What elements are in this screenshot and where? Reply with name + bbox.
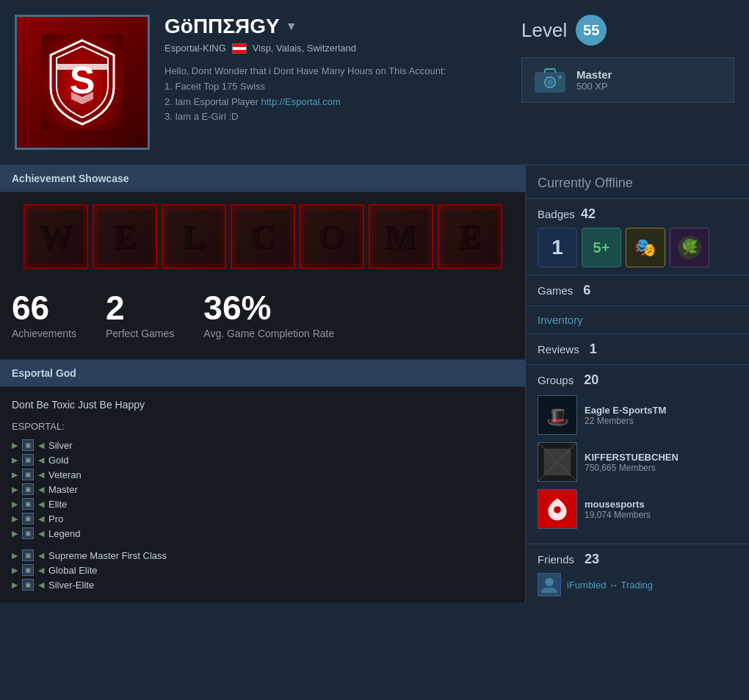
group-info-mouse: mousesports 19,074 Members xyxy=(585,499,651,520)
list-item: ▶ ▣ ◀ Silver xyxy=(12,439,513,451)
arrow-right-icon: ▶ xyxy=(12,566,18,575)
flag-icon xyxy=(232,43,247,54)
camera-icon xyxy=(532,65,568,95)
rank-name: Silver-Elite xyxy=(48,580,94,591)
rank-icon: ▣ xyxy=(22,439,34,451)
stats-row: 66 Achievements 2 Perfect Games 36% Avg.… xyxy=(12,284,513,347)
rank-icon: ▣ xyxy=(22,469,34,480)
svg-point-20 xyxy=(554,506,561,513)
arrow-left-icon: ◀ xyxy=(38,499,44,509)
arrow-left-icon: ◀ xyxy=(38,514,44,524)
rank-icon: ▣ xyxy=(22,498,34,510)
tile-l: L xyxy=(162,204,226,269)
group-name: Eagle E-SportsTM xyxy=(585,405,666,416)
tile-e2: E xyxy=(438,204,502,269)
status-text: Currently Offline xyxy=(538,176,633,190)
rank-icon: ▣ xyxy=(22,483,34,495)
tile-e1: E xyxy=(93,204,157,269)
svg-rect-6 xyxy=(558,76,562,79)
badge-3[interactable]: 🎭 xyxy=(626,228,665,267)
xp-title: Master xyxy=(576,68,612,81)
achievements-label: Achievements xyxy=(12,328,76,339)
rank-icon: ▣ xyxy=(22,454,34,466)
arrow-left-icon: ◀ xyxy=(38,441,44,450)
status-section: Currently Offline xyxy=(526,165,749,199)
svg-point-5 xyxy=(547,79,553,85)
group-item-mousesports[interactable]: mousesports 19,074 Members xyxy=(538,489,737,529)
achievements-count: 66 xyxy=(12,291,76,325)
main-layout: Achievement Showcase W E L C O M E 66 Ac… xyxy=(0,165,749,604)
friends-section: Friends 23 iFumbled ↔ Trading xyxy=(526,544,749,604)
welcome-tiles: W E L C O M E xyxy=(12,204,513,269)
tile-m: M xyxy=(369,204,433,269)
badge-2[interactable]: 5+ xyxy=(582,228,621,267)
games-label: Games xyxy=(538,284,573,297)
perfect-games-stat: 2 Perfect Games xyxy=(106,291,174,339)
list-item: ▶ ▣ ◀ Elite xyxy=(12,498,513,510)
rank-name: Veteran xyxy=(48,469,82,480)
inventory-row[interactable]: Inventory xyxy=(526,306,749,334)
profile-location: Visp, Valais, Switzerland xyxy=(253,43,356,54)
groups-header: Groups 20 xyxy=(538,372,737,388)
arrow-right-icon: ▶ xyxy=(12,455,18,465)
badges-header: Badges 42 xyxy=(538,206,737,222)
xp-amount: 500 XP xyxy=(576,81,612,92)
inventory-link[interactable]: Inventory xyxy=(538,314,583,326)
badges-icons: 1 5+ 🎭 🌿 xyxy=(538,228,737,267)
reviews-count: 1 xyxy=(590,342,597,357)
badge-4[interactable]: 🌿 xyxy=(670,228,709,267)
bio-line-1: Hello, Dont Wonder that i Dont Have Many… xyxy=(164,64,507,79)
games-count: 6 xyxy=(583,283,590,298)
rank-name: Global Elite xyxy=(48,565,97,576)
svg-point-22 xyxy=(545,578,553,586)
badge-1[interactable]: 1 xyxy=(538,228,577,267)
rank-icon: ▣ xyxy=(22,564,34,576)
badges-count: 42 xyxy=(581,206,596,222)
xp-info: Master 500 XP xyxy=(576,68,612,92)
tile-w: W xyxy=(23,204,88,269)
friend-avatar xyxy=(538,573,561,596)
arrow-right-icon: ▶ xyxy=(12,580,18,590)
group-members: 750,665 Members xyxy=(585,463,679,473)
groups-label: Groups xyxy=(538,374,573,386)
esportal-link[interactable]: http://Esportal.com xyxy=(261,96,341,107)
arrow-left-icon: ◀ xyxy=(38,470,44,480)
list-item: ▶ ▣ ◀ Pro xyxy=(12,513,513,524)
friend-item[interactable]: iFumbled ↔ Trading xyxy=(538,573,737,596)
xp-card: Master 500 XP xyxy=(521,57,734,103)
group-info-eagle: Eagle E-SportsTM 22 Members xyxy=(585,405,666,426)
list-item: ▶ ▣ ◀ Supreme Master First Class xyxy=(12,549,513,561)
arrow-left-icon: ◀ xyxy=(38,566,44,575)
esportal-section: Esportal God Dont Be Toxic Just Be Happy… xyxy=(0,360,525,602)
completion-label: Avg. Game Completion Rate xyxy=(203,328,334,339)
rank-name: Silver xyxy=(48,440,73,451)
dropdown-icon[interactable]: ▼ xyxy=(286,20,297,33)
tile-o: O xyxy=(300,204,364,269)
group-item-eagle[interactable]: 🎩 Eagle E-SportsTM 22 Members xyxy=(538,395,737,435)
tile-c: C xyxy=(231,204,295,269)
arrow-left-icon: ◀ xyxy=(38,551,44,560)
profile-rank: Esportal-KING xyxy=(164,43,226,54)
rank-icon: ▣ xyxy=(22,579,34,591)
reviews-row: Reviews 1 xyxy=(526,334,749,365)
achievement-showcase: W E L C O M E 66 Achievements 2 Perfect … xyxy=(0,192,525,358)
rank-name: Elite xyxy=(48,499,67,510)
arrow-left-icon: ◀ xyxy=(38,485,44,494)
group-avatar-mousesports xyxy=(538,489,577,529)
right-column: Currently Offline Badges 42 1 5+ 🎭 xyxy=(525,165,749,604)
profile-bio: Hello, Dont Wonder that i Dont Have Many… xyxy=(164,64,507,125)
friend-name[interactable]: iFumbled ↔ Trading xyxy=(567,580,653,591)
arrow-left-icon: ◀ xyxy=(38,580,44,590)
level-number: 55 xyxy=(576,15,607,46)
groups-count: 20 xyxy=(584,372,598,388)
esportal-tagline: Dont Be Toxic Just Be Happy xyxy=(12,399,513,411)
group-item-kiffer[interactable]: KIFFERSTUEBCHEN 750,665 Members xyxy=(538,442,737,482)
list-item: ▶ ▣ ◀ Legend xyxy=(12,527,513,539)
rank-name: Master xyxy=(48,484,78,495)
achievements-stat: 66 Achievements xyxy=(12,291,76,339)
group-avatar-eagle: 🎩 xyxy=(538,395,577,435)
list-item: ▶ ▣ ◀ Global Elite xyxy=(12,564,513,576)
profile-rank-location: Esportal-KING Visp, Valais, Switzerland xyxy=(164,43,507,54)
svg-rect-2 xyxy=(57,64,108,70)
rank-icon: ▣ xyxy=(22,549,34,561)
